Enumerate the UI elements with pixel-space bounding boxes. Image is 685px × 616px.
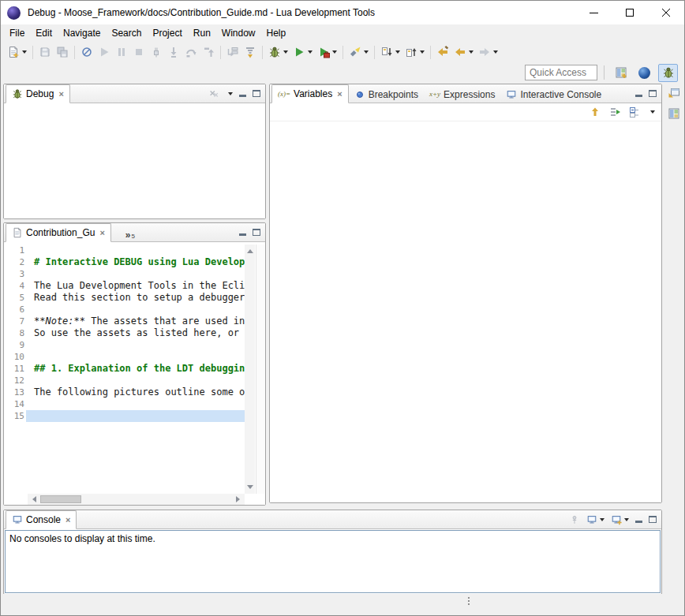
display-console-button[interactable]: [586, 514, 605, 525]
editor-overview-ruler[interactable]: [256, 245, 265, 494]
drop-to-frame-button[interactable]: [224, 43, 241, 61]
tab-variables[interactable]: (x)= Variables ×: [271, 84, 349, 103]
debug-view-content[interactable]: [4, 103, 265, 218]
close-icon[interactable]: ×: [99, 229, 104, 237]
external-tools-button[interactable]: [315, 43, 339, 61]
editor-lines[interactable]: 12# Interactive DEBUG using Lua Develop3…: [4, 245, 245, 494]
line-number[interactable]: 13: [4, 387, 26, 398]
line-text[interactable]: [26, 351, 245, 363]
new-file-button[interactable]: [5, 43, 29, 61]
close-icon[interactable]: ×: [66, 516, 70, 525]
editor-line[interactable]: 14: [4, 398, 245, 410]
tab-debug[interactable]: Debug ×: [6, 84, 70, 103]
line-text[interactable]: The Lua Development Tools in the Ecli: [26, 280, 245, 292]
editor-line[interactable]: 12: [4, 375, 245, 386]
open-perspective-button[interactable]: [611, 64, 631, 82]
forward-button[interactable]: [476, 43, 500, 61]
line-number[interactable]: 5: [4, 293, 26, 303]
save-all-button[interactable]: [54, 43, 71, 61]
minimized-view-button[interactable]: [666, 106, 682, 121]
pin-console-icon[interactable]: [569, 514, 580, 525]
minimize-view-icon[interactable]: [239, 95, 246, 97]
scroll-up-button[interactable]: [245, 245, 255, 255]
scrollbar-thumb[interactable]: [40, 495, 81, 503]
console-content[interactable]: No consoles to display at this time.: [5, 530, 661, 593]
line-text[interactable]: [26, 410, 245, 422]
minimize-view-icon[interactable]: [635, 95, 642, 97]
previous-annotation-button[interactable]: [402, 43, 427, 61]
editor-line[interactable]: 7**Note:** The assets that are used in: [4, 315, 245, 327]
collapse-all-icon[interactable]: [628, 106, 641, 118]
last-edit-location-button[interactable]: [434, 43, 451, 61]
window-minimize-button[interactable]: [575, 1, 612, 24]
debug-button[interactable]: [266, 43, 290, 61]
line-number[interactable]: 10: [4, 352, 26, 362]
scroll-down-button[interactable]: [245, 483, 255, 494]
menu-run[interactable]: Run: [188, 25, 216, 41]
window-close-button[interactable]: [648, 1, 684, 24]
view-menu-icon[interactable]: [650, 110, 655, 114]
line-number[interactable]: 9: [4, 340, 26, 350]
maximize-view-icon[interactable]: [649, 90, 657, 97]
step-over-button[interactable]: [182, 43, 200, 61]
debug-perspective-button[interactable]: [658, 64, 678, 82]
scroll-right-button[interactable]: [234, 495, 245, 505]
suspend-button[interactable]: [113, 43, 130, 61]
line-text[interactable]: ## 1. Explanation of the LDT debuggin: [26, 363, 245, 375]
variables-content[interactable]: [270, 121, 661, 502]
line-text[interactable]: [26, 398, 245, 410]
line-text[interactable]: [26, 375, 245, 386]
editor-line[interactable]: 8So use the assets as listed here, or y: [4, 327, 245, 339]
minimize-view-icon[interactable]: [635, 521, 642, 523]
use-step-filters-button[interactable]: [241, 43, 259, 61]
back-button[interactable]: [451, 43, 476, 61]
editor-line[interactable]: 6: [4, 304, 245, 315]
line-text[interactable]: [26, 304, 245, 315]
editor-line[interactable]: 13The following pictures outline some o: [4, 386, 245, 398]
skip-all-breakpoints-button[interactable]: [78, 43, 95, 61]
menu-project[interactable]: Project: [147, 25, 187, 41]
next-annotation-button[interactable]: [378, 43, 402, 61]
line-number[interactable]: 7: [4, 316, 26, 327]
menu-help[interactable]: Help: [261, 25, 292, 41]
line-text[interactable]: The following pictures outline some o: [26, 386, 245, 398]
run-button[interactable]: [290, 43, 315, 61]
minimize-view-icon[interactable]: [239, 233, 246, 236]
quick-access-input[interactable]: Quick Access: [525, 65, 597, 80]
view-menu-icon[interactable]: [228, 92, 233, 95]
line-text[interactable]: [26, 268, 245, 280]
line-text[interactable]: [26, 339, 245, 351]
menu-file[interactable]: File: [4, 25, 30, 41]
search-button[interactable]: [346, 43, 371, 61]
line-text[interactable]: # Interactive DEBUG using Lua Develop: [26, 256, 245, 268]
line-text[interactable]: [26, 245, 245, 256]
open-console-button[interactable]: [611, 514, 629, 525]
editor-line[interactable]: 3: [4, 268, 245, 280]
line-number[interactable]: 14: [4, 399, 26, 409]
line-number[interactable]: 11: [4, 364, 26, 374]
menu-navigate[interactable]: Navigate: [58, 25, 106, 41]
ldt-perspective-button[interactable]: [634, 64, 654, 82]
line-text[interactable]: **Note:** The assets that are used in: [26, 315, 245, 327]
maximize-view-icon[interactable]: [649, 516, 657, 523]
editor-line[interactable]: 5Read this section to setup a debugger: [4, 292, 245, 304]
save-button[interactable]: [36, 43, 54, 61]
resume-button[interactable]: [95, 43, 113, 61]
tab-contribution-guide[interactable]: Contribution_Gu ×: [6, 223, 111, 242]
editor-area[interactable]: 12# Interactive DEBUG using Lua Develop3…: [4, 242, 265, 505]
line-number[interactable]: 2: [4, 257, 26, 267]
editor-horizontal-scrollbar[interactable]: [28, 494, 245, 505]
remove-all-terminated-icon[interactable]: [208, 88, 219, 99]
show-logical-structures-icon[interactable]: [608, 106, 621, 118]
close-icon[interactable]: ×: [58, 90, 63, 99]
line-text[interactable]: So use the assets as listed here, or y: [26, 327, 245, 339]
step-return-button[interactable]: [200, 43, 217, 61]
line-number[interactable]: 8: [4, 328, 26, 338]
tab-breakpoints[interactable]: Breakpoints: [349, 86, 424, 103]
editor-line[interactable]: 2# Interactive DEBUG using Lua Develop: [4, 256, 245, 268]
menu-window[interactable]: Window: [216, 25, 261, 41]
line-number[interactable]: 15: [4, 411, 26, 421]
tab-console[interactable]: Console ×: [6, 510, 77, 529]
show-type-names-icon[interactable]: [589, 106, 601, 118]
editor-vertical-scrollbar[interactable]: [245, 245, 255, 494]
